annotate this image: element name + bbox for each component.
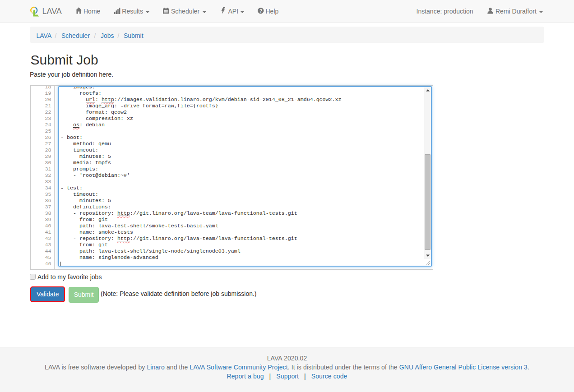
svg-text:?: ? xyxy=(259,9,262,14)
